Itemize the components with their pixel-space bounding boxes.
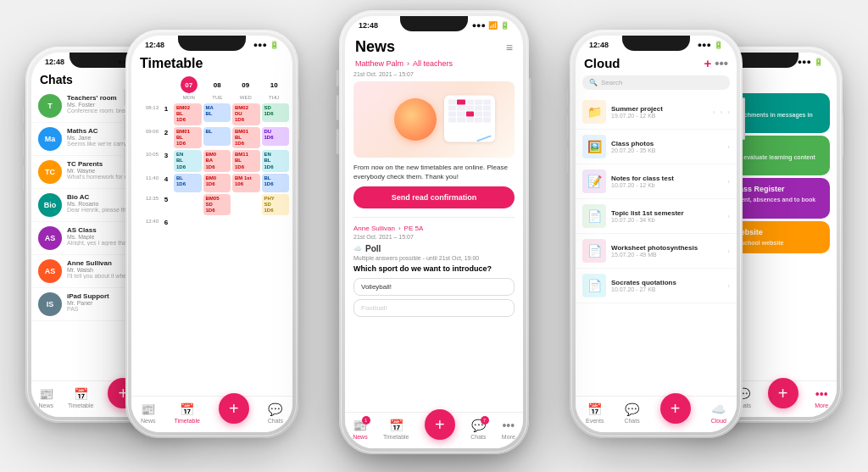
row-num: 1	[160, 103, 172, 113]
tt-cell	[174, 194, 202, 213]
menu-icon[interactable]: ≡	[506, 41, 513, 54]
tab-events[interactable]: 📅 Events	[586, 403, 604, 424]
tt-cell	[232, 217, 260, 236]
tab-more[interactable]: ••• More	[502, 419, 515, 440]
tt-cell: MABL	[203, 103, 231, 122]
tab-chats[interactable]: 💬 Chats 7	[470, 419, 486, 440]
tab-label: Timetable	[383, 434, 409, 440]
fab-button[interactable]: +	[219, 393, 249, 424]
tab-news[interactable]: 📰 News	[141, 403, 156, 424]
cloud-icon: ☁️	[353, 245, 362, 253]
tt-cell: BM0BA1D6	[203, 150, 231, 172]
phones-container: 12:48 ●●●WiFi🔋 Chats + T	[0, 0, 868, 472]
tt-cell: ENBL1D6	[262, 150, 290, 172]
tt-cell: BM01D6	[203, 174, 231, 192]
tab-chats[interactable]: 💬 Chats	[624, 403, 639, 424]
tt-cell: BM 1st106	[232, 174, 260, 192]
time-center: 12:48	[359, 21, 378, 30]
tab-label: News	[38, 403, 53, 408]
row-num: 5	[160, 194, 172, 203]
breadcrumb-author[interactable]: Matthew Palm	[355, 59, 403, 68]
cloud-item-socrates[interactable]: 📄 Socrates quotations 10.07.20 - 27 KB ›	[576, 269, 737, 303]
doc-icon2: 📄	[582, 204, 606, 228]
cloud-file-date: 15.07.20 - 49 MB	[611, 252, 722, 258]
doc-icon4: 📄	[582, 274, 606, 297]
tab-timetable[interactable]: 📅 Timetable	[174, 403, 199, 424]
tt-cell: PHYSD1D6	[262, 194, 290, 216]
chevron-icon: ›	[727, 247, 730, 255]
breadcrumb-author2[interactable]: Anne Sullivan	[353, 225, 395, 232]
cloud-item-topic[interactable]: 📄 Topic list 1st semester 10.07.20 - 34 …	[576, 199, 737, 234]
send-confirmation-button[interactable]: Send read confirmation	[353, 186, 515, 208]
poll-sub: Multiple answers possible - until 21st O…	[353, 255, 515, 261]
day-label: MON	[175, 95, 203, 100]
chevron-icon: ›	[727, 143, 730, 151]
tt-cell: DU1D6	[262, 127, 290, 146]
time-right-center: 12:48	[589, 41, 609, 49]
cloud-file-date: 10.07.20 - 12 Kb	[611, 182, 722, 188]
chats-badge: 7	[481, 416, 489, 425]
chevron-icon: ›	[727, 213, 730, 220]
timetable-icon: 📅	[74, 387, 88, 401]
news-date2: 21st Oct. 2021 – 15:07	[353, 234, 515, 240]
tt-cell: ENBL1D6	[174, 150, 202, 172]
search-placeholder: Search	[601, 79, 622, 86]
tt-time: 08:13	[135, 103, 159, 110]
tab-news[interactable]: 📰 News 1	[353, 419, 368, 440]
tab-timetable[interactable]: 📅 Timetable	[68, 387, 93, 408]
breadcrumb-group[interactable]: All teachers	[413, 59, 453, 68]
avatar: IS	[38, 292, 62, 316]
today-badge: 07	[181, 76, 198, 93]
row-num: 3	[160, 150, 172, 159]
fab-button[interactable]: +	[660, 393, 691, 424]
tt-cell	[232, 194, 260, 213]
cloud-item-notes[interactable]: 📝 Notes for class test 10.07.20 - 12 Kb …	[576, 164, 737, 199]
tt-cell: BM05SD1D6	[203, 194, 231, 216]
doc-icon3: 📄	[582, 239, 606, 263]
breadcrumb-group2[interactable]: PE 5A	[404, 225, 424, 232]
cloud-file-name: Topic list 1st semester	[611, 209, 722, 217]
cloud-item-summer[interactable]: 📁 Summer project 19.07.20 - 12 KB › › ›	[576, 95, 737, 130]
tab-label: Chats	[268, 418, 283, 424]
tt-cell: BL1D6	[174, 174, 202, 192]
avatar: T	[38, 94, 62, 118]
poll-option-2[interactable]: Football!	[353, 299, 515, 317]
tab-cloud[interactable]: ☁️ Cloud	[711, 403, 726, 424]
news-text: From now on the new timetables are onlin…	[353, 163, 515, 181]
more-icon: •••	[502, 419, 515, 432]
cloud-file-name: Class photos	[611, 140, 722, 147]
cloud-file-date: 10.07.20 - 34 Kb	[611, 217, 722, 223]
day-label: TUE	[204, 95, 231, 100]
tab-label: Cloud	[711, 418, 726, 424]
cloud-item-photos[interactable]: 🖼️ Class photos 20.07.20 - 35 KB ›	[576, 130, 737, 164]
tab-news[interactable]: 📰 News	[38, 387, 53, 408]
tab-label: Timetable	[68, 403, 93, 408]
tt-time: 12:35	[135, 194, 159, 201]
menu-icon[interactable]: •••	[715, 56, 728, 70]
avatar: AS	[38, 259, 62, 283]
poll-option-1[interactable]: Volleyball!	[353, 278, 515, 296]
tab-label: Chats	[624, 418, 639, 424]
tab-chats[interactable]: 💬 Chats	[268, 403, 283, 424]
tt-cell: BM02BL1D6	[174, 103, 202, 125]
chats-title: Chats	[40, 73, 73, 86]
tt-cell: BM02DU1D6	[232, 103, 260, 125]
timetable-title: Timetable	[140, 56, 203, 70]
fab-button[interactable]: +	[425, 409, 455, 440]
news-image	[353, 81, 515, 158]
news-icon: 📰	[141, 403, 155, 416]
cloud-file-name: Worksheet photosynthesis	[611, 244, 722, 252]
cloud-file-name: Notes for class test	[611, 175, 722, 182]
day-label: WED	[232, 95, 259, 100]
tt-cell: BM01BL1D6	[232, 127, 260, 149]
poll-question: Which sport do we want to introduce?	[353, 264, 515, 273]
chevron-icon: ›	[727, 178, 730, 186]
fab-button[interactable]: +	[768, 378, 798, 408]
tab-timetable[interactable]: 📅 Timetable	[383, 419, 409, 440]
cloud-item-worksheet[interactable]: 📄 Worksheet photosynthesis 15.07.20 - 49…	[576, 234, 737, 269]
breadcrumb-sep2: ›	[398, 225, 401, 232]
tab-more[interactable]: ••• More	[815, 387, 828, 408]
phone-center: 12:48 ●●●📶🔋 News ≡ Matthew Palm › All te…	[339, 10, 529, 454]
add-cloud-button[interactable]: +	[704, 56, 711, 70]
chevron-right-icon: ›	[713, 108, 715, 116]
